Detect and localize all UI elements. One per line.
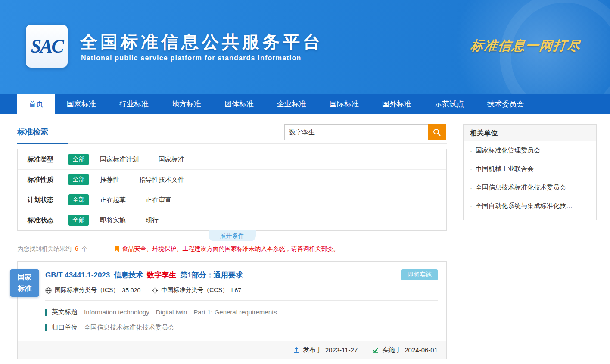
ccs-group: 中国标准分类号（CCS） L67 — [152, 286, 241, 294]
department-value: 全国信息技术标准化技术委员会 — [84, 324, 174, 332]
search-input[interactable] — [284, 124, 428, 140]
related-units-title: 相关单位 — [464, 125, 596, 141]
filter-option[interactable]: 国家标准 — [159, 156, 184, 164]
implement-date-group: 实施于 2024-06-01 — [372, 346, 438, 354]
publish-icon — [293, 347, 300, 354]
filter-label: 标准类型 — [28, 156, 68, 164]
filter-all-button[interactable]: 全部 — [68, 154, 89, 165]
nav-item-technical-committee[interactable]: 技术委员会 — [476, 94, 535, 114]
publish-date: 2023-11-27 — [325, 346, 358, 354]
related-unit-link[interactable]: 全国自动化系统与集成标准化技… — [464, 197, 596, 215]
filter-row-standard-status: 标准状态 全部 即将实施 现行 — [18, 210, 446, 230]
search-icon — [433, 128, 441, 137]
filter-all-button[interactable]: 全部 — [68, 174, 89, 185]
standard-title-part1[interactable]: 信息技术 — [114, 270, 143, 280]
teal-bar-icon — [45, 324, 47, 331]
notice-bar: 食品安全、环境保护、工程建设方面的国家标准未纳入本系统，请咨询相关部委。 — [115, 245, 339, 253]
filter-option[interactable]: 正在审查 — [146, 196, 171, 204]
standard-code[interactable]: GB/T 43441.1-2023 — [45, 271, 110, 280]
search-button[interactable] — [428, 124, 446, 140]
ccs-value: L67 — [231, 287, 241, 294]
department-row: 归口单位 全国信息技术标准化技术委员会 — [45, 324, 438, 332]
standard-title-part2[interactable]: 第1部分：通用要求 — [180, 270, 243, 280]
card-divider — [45, 300, 438, 301]
filter-option[interactable]: 推荐性 — [100, 176, 119, 184]
classification-row: 国际标准分类号（ICS） 35.020 — [45, 286, 438, 294]
card-footer: 发布于 2023-11-27 实施于 2024-06-01 — [18, 341, 446, 359]
nav-item-local-standards[interactable]: 地方标准 — [160, 94, 213, 114]
filter-option[interactable]: 现行 — [146, 216, 159, 224]
standard-result-card: 国家 标准 即将实施 GB/T 43441.1-2023 信息技术 数字孪生 第… — [17, 261, 447, 359]
related-unit-link[interactable]: 全国信息技术标准化技术委员会 — [464, 178, 596, 197]
national-standard-badge: 国家 标准 — [10, 269, 39, 297]
filter-row-plan-status: 计划状态 全部 正在起草 正在审查 — [18, 190, 446, 210]
publish-label: 发布于 — [303, 346, 322, 354]
related-unit-link[interactable]: 中国机械工业联合会 — [464, 160, 596, 178]
site-slogan: 标准信息一网打尽 — [470, 37, 582, 55]
expand-conditions-button[interactable]: 展开条件 — [209, 230, 256, 241]
nav-item-pilot[interactable]: 示范试点 — [423, 94, 476, 114]
english-title-value: Information technology—Digital twin—Part… — [84, 308, 277, 316]
implement-label: 实施于 — [382, 346, 401, 354]
ics-label: 国际标准分类号（ICS） — [55, 286, 119, 294]
teal-bar-icon — [45, 309, 47, 316]
ics-group: 国际标准分类号（ICS） 35.020 — [45, 286, 140, 294]
english-title-label: 英文标题 — [52, 308, 78, 316]
filter-option[interactable]: 国家标准计划 — [100, 156, 139, 164]
nav-item-industry-standards[interactable]: 行业标准 — [108, 94, 160, 114]
filter-row-standard-nature: 标准性质 全部 推荐性 指导性技术文件 — [18, 170, 446, 190]
ics-value: 35.020 — [122, 287, 140, 294]
standard-title-highlight[interactable]: 数字孪生 — [147, 270, 176, 280]
site-title-en: National public service platform for sta… — [81, 54, 301, 62]
sac-logo-text: SAC — [31, 35, 62, 57]
filter-label: 标准性质 — [28, 176, 68, 184]
site-title-cn: 全国标准信息公共服务平台 — [80, 30, 323, 54]
site-header: SAC 全国标准信息公共服务平台 National public service… — [0, 0, 610, 94]
results-count: 6 — [75, 245, 78, 252]
publish-date-group: 发布于 2023-11-27 — [293, 346, 358, 354]
results-summary-suffix: 个 — [82, 245, 88, 252]
english-title-row: 英文标题 Information technology—Digital twin… — [45, 308, 438, 316]
badge-line2: 标准 — [10, 283, 39, 294]
filter-panel: 标准类型 全部 国家标准计划 国家标准 标准性质 全部 推荐性 指导性技术文件 … — [17, 149, 447, 231]
filter-all-button[interactable]: 全部 — [68, 194, 89, 205]
nav-item-enterprise-standards[interactable]: 企业标准 — [265, 94, 318, 114]
nav-item-national-standards[interactable]: 国家标准 — [55, 94, 108, 114]
filter-option[interactable]: 指导性技术文件 — [139, 176, 184, 184]
filter-option[interactable]: 即将实施 — [100, 216, 126, 224]
filter-label: 计划状态 — [28, 196, 68, 204]
related-unit-link[interactable]: 国家标准化管理委员会 — [464, 141, 596, 160]
filter-all-button[interactable]: 全部 — [68, 215, 89, 226]
filter-option[interactable]: 正在起草 — [100, 196, 126, 204]
main-column: 标准检索 标准类型 全部 国家标准计划 国家标准 — [17, 124, 447, 359]
globe-icon — [45, 287, 52, 294]
notice-text: 食品安全、环境保护、工程建设方面的国家标准未纳入本系统，请咨询相关部委。 — [122, 245, 339, 253]
ccs-label: 中国标准分类号（CCS） — [161, 286, 228, 294]
bookmark-icon — [115, 246, 119, 252]
main-nav: 首页 国家标准 行业标准 地方标准 团体标准 企业标准 国际标准 国外标准 示范… — [0, 94, 610, 114]
department-label: 归口单位 — [52, 324, 78, 332]
implement-date: 2024-06-01 — [405, 346, 438, 354]
nav-item-group-standards[interactable]: 团体标准 — [213, 94, 265, 114]
implement-icon — [372, 347, 379, 354]
filter-row-standard-type: 标准类型 全部 国家标准计划 国家标准 — [18, 149, 446, 170]
content-area: 标准检索 标准类型 全部 国家标准计划 国家标准 — [0, 114, 610, 359]
nav-item-home[interactable]: 首页 — [17, 94, 55, 114]
badge-line1: 国家 — [10, 272, 39, 283]
nav-item-foreign-standards[interactable]: 国外标准 — [370, 94, 423, 114]
related-units-panel: 相关单位 国家标准化管理委员会 中国机械工业联合会 全国信息技术标准化技术委员会… — [463, 124, 597, 220]
status-badge: 即将实施 — [401, 269, 438, 280]
filter-label: 标准状态 — [28, 216, 68, 224]
tab-standard-search[interactable]: 标准检索 — [17, 124, 68, 144]
results-row: 为您找到相关结果约 6 个 食品安全、环境保护、工程建设方面的国家标准未纳入本系… — [17, 245, 447, 253]
crosshair-icon — [152, 287, 158, 294]
search-box — [284, 124, 446, 140]
results-summary-prefix: 为您找到相关结果约 — [17, 245, 72, 252]
standard-title-link[interactable]: GB/T 43441.1-2023 信息技术 数字孪生 第1部分：通用要求 — [45, 270, 438, 280]
card-body: GB/T 43441.1-2023 信息技术 数字孪生 第1部分：通用要求 — [18, 262, 446, 332]
sac-logo[interactable]: SAC — [26, 25, 68, 68]
results-summary: 为您找到相关结果约 6 个 — [17, 245, 88, 253]
search-row: 标准检索 — [17, 124, 447, 144]
nav-item-international-standards[interactable]: 国际标准 — [318, 94, 370, 114]
